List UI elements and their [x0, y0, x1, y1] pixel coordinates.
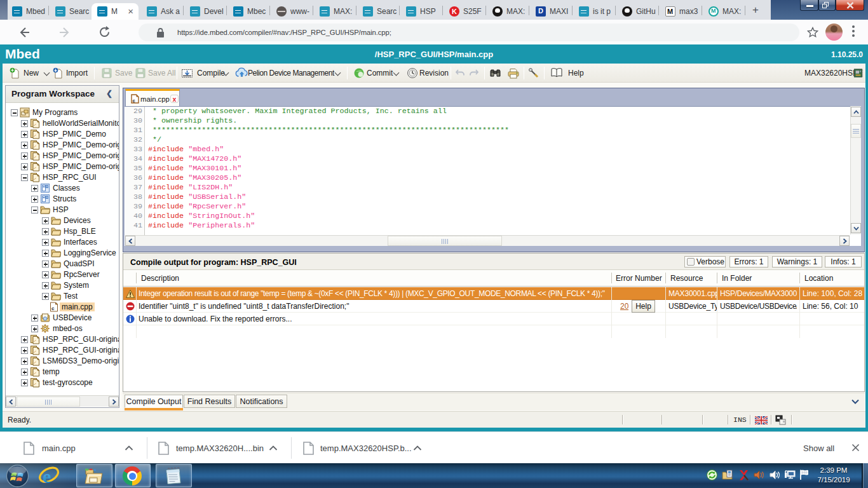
svg-text:c: c [51, 306, 55, 311]
svg-text:c: c [133, 98, 135, 104]
svg-text:e: e [43, 466, 51, 487]
